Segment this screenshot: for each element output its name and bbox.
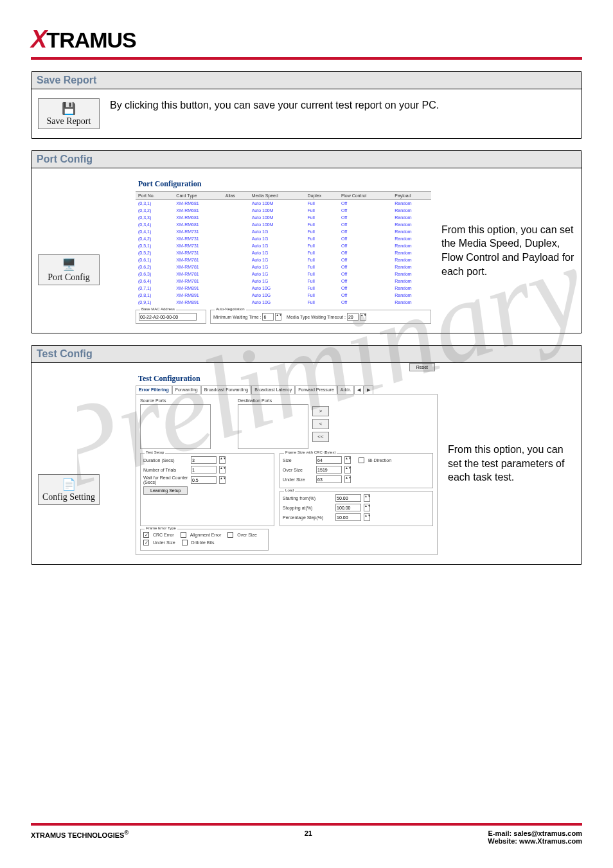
source-ports-label: Source Ports: [140, 398, 211, 403]
frame-size-spinner[interactable]: ▲▼: [344, 456, 351, 464]
table-row[interactable]: (0,3,2)XM-RM681Auto 100MFullOffRandom: [136, 207, 431, 214]
align-checkbox[interactable]: [181, 532, 186, 538]
stop-load-input[interactable]: [335, 504, 361, 511]
step-load-spinner[interactable]: ▲▼: [364, 513, 370, 521]
test-config-panel: Test Configuration Reset Error Filtering…: [136, 372, 438, 555]
bidir-checkbox[interactable]: [359, 457, 364, 463]
save-report-title: Save Report: [31, 72, 582, 89]
duration-input[interactable]: [191, 456, 217, 464]
duration-spinner[interactable]: ▲▼: [219, 456, 226, 464]
table-row[interactable]: (0,6,3)XM-RM781Auto 1GFullOffRandom: [136, 270, 431, 278]
footer-site: Website: www.Xtramus.com: [488, 837, 582, 845]
base-mac-fieldset: Base MAC Address: [136, 310, 206, 324]
table-row[interactable]: (0,8,1)XM-RM891Auto 10GFullOffRandom: [136, 292, 431, 299]
under-size-input[interactable]: [316, 475, 342, 483]
step-load-input[interactable]: [335, 513, 361, 521]
tab-scroll-right[interactable]: ▶: [364, 385, 373, 394]
save-report-label: Save Report: [47, 116, 91, 126]
wait-spinner[interactable]: ▲▼: [219, 476, 226, 484]
table-row[interactable]: (0,7,1)XM-RM891Auto 10GFullOffRandom: [136, 285, 431, 292]
port-table-header: Port No.: [136, 192, 173, 200]
port-config-section: Port Config 🖥️ Port Config Port Configur…: [31, 150, 582, 333]
under-size-spinner[interactable]: ▲▼: [344, 475, 351, 483]
table-row[interactable]: (0,5,2)XM-RM731Auto 1GFullOffRandom: [136, 249, 431, 256]
dest-ports-list[interactable]: [238, 404, 308, 449]
tab-broadcast-forwarding[interactable]: Broadcast Forwarding: [201, 385, 251, 394]
start-load-spinner[interactable]: ▲▼: [364, 494, 370, 502]
wait-input[interactable]: [191, 476, 217, 484]
port-config-panel: Port Configuration Port No.Card TypeAlia…: [136, 177, 431, 324]
table-row[interactable]: (0,3,1)XM-RM681Auto 100MFullOffRandom: [136, 200, 431, 208]
save-icon: 💾: [40, 103, 98, 114]
table-row[interactable]: (0,9,1)XM-RM891Auto 10GFullOffRandom: [136, 299, 431, 306]
over-checkbox[interactable]: [227, 532, 233, 538]
table-row[interactable]: (0,3,4)XM-RM681Auto 100MFullOffRandom: [136, 221, 431, 228]
move-all-left-button[interactable]: <<: [312, 432, 329, 442]
table-row[interactable]: (0,6,4)XM-RM781Auto 1GFullOffRandom: [136, 278, 431, 285]
crc-checkbox[interactable]: [143, 532, 149, 538]
config-setting-icon: 📄: [40, 479, 98, 490]
trials-input[interactable]: [191, 466, 217, 474]
stop-load-spinner[interactable]: ▲▼: [364, 504, 370, 511]
top-divider: [31, 57, 582, 60]
page-number: 21: [305, 829, 312, 837]
media-timeout-label: Media Type Waiting Timeout :: [287, 315, 346, 319]
frame-size-fieldset: Frame Size with CRC (Bytes) Size▲▼ Bi-Di…: [280, 453, 433, 488]
frame-error-fieldset: Frame Error Type CRC Error Alignment Err…: [140, 529, 269, 551]
move-right-button[interactable]: >: [312, 406, 329, 416]
test-setup-fieldset: Test Setup Duration (Secs)▲▼ Number of T…: [140, 453, 274, 526]
tab-scroll-left[interactable]: ◀: [354, 385, 364, 394]
test-config-desc: From this option, you can set the test p…: [448, 443, 575, 484]
min-wait-label: Minimum Waiting Time :: [213, 315, 261, 319]
table-row[interactable]: (0,3,3)XM-RM681Auto 100MFullOffRandom: [136, 214, 431, 221]
tab-addr-[interactable]: Addr.: [337, 385, 354, 394]
start-load-input[interactable]: [335, 494, 361, 502]
dribble-checkbox[interactable]: [182, 540, 188, 545]
table-row[interactable]: (0,4,2)XM-RM731Auto 1GFullOffRandom: [136, 235, 431, 242]
port-panel-title: Port Configuration: [136, 177, 431, 191]
port-table-header: Media Speed: [249, 192, 305, 200]
move-left-button[interactable]: <: [312, 419, 329, 429]
auto-neg-fieldset: Auto-Negotiation Minimum Waiting Time : …: [210, 310, 431, 324]
table-row[interactable]: (0,6,1)XM-RM781Auto 1GFullOffRandom: [136, 256, 431, 263]
trials-spinner[interactable]: ▲▼: [219, 466, 226, 474]
save-report-section: Save Report 💾 Save Report By clicking th…: [31, 71, 582, 139]
source-ports-list[interactable]: [140, 404, 211, 449]
config-setting-button[interactable]: 📄 Config Setting: [38, 474, 100, 505]
port-config-button[interactable]: 🖥️ Port Config: [38, 254, 100, 285]
over-size-spinner[interactable]: ▲▼: [344, 466, 351, 474]
tab-forward-pressure[interactable]: Forward Pressure: [295, 385, 337, 394]
port-table-header: Card Type: [173, 192, 222, 200]
under-checkbox[interactable]: [143, 540, 149, 545]
over-size-input[interactable]: [316, 466, 342, 474]
tab-error-filtering[interactable]: Error Filtering: [136, 385, 172, 394]
port-config-label: Port Config: [48, 272, 90, 282]
port-config-title: Port Config: [31, 151, 582, 168]
tab-broadcast-latency[interactable]: Broadcast Latency: [251, 385, 295, 394]
reset-button[interactable]: Reset: [409, 363, 435, 371]
save-report-desc: By clicking this button, you can save yo…: [110, 98, 439, 112]
media-timeout-input[interactable]: [347, 313, 359, 321]
test-panel-title: Test Configuration: [136, 372, 203, 385]
port-table-header: Duplex: [305, 192, 338, 200]
port-table: Port No.Card TypeAliasMedia SpeedDuplexF…: [136, 191, 431, 306]
brand-logo: XTRAMUS: [31, 26, 582, 53]
table-row[interactable]: (0,6,2)XM-RM781Auto 1GFullOffRandom: [136, 263, 431, 270]
save-report-button[interactable]: 💾 Save Report: [38, 98, 100, 129]
min-wait-input[interactable]: [262, 313, 274, 321]
footer-company: XTRAMUS TECHNOLOGIES: [31, 831, 124, 839]
table-row[interactable]: (0,5,1)XM-RM731Auto 1GFullOffRandom: [136, 242, 431, 249]
port-config-icon: 🖥️: [40, 259, 98, 270]
tab-forwarding[interactable]: Forwarding: [172, 385, 201, 394]
port-table-header: Payload: [392, 192, 431, 200]
config-setting-label: Config Setting: [42, 492, 95, 502]
base-mac-input[interactable]: [139, 313, 197, 321]
frame-size-input[interactable]: [316, 456, 342, 464]
min-wait-spinner[interactable]: ▲▼: [275, 313, 281, 321]
media-timeout-spinner[interactable]: ▲▼: [360, 313, 366, 321]
table-row[interactable]: (0,4,1)XM-RM731Auto 1GFullOffRandom: [136, 228, 431, 235]
port-table-header: Flow Control: [339, 192, 392, 200]
load-fieldset: Load Starting from(%)▲▼ Stopping at(%)▲▼…: [280, 491, 433, 526]
dest-ports-label: Destination Ports: [238, 398, 308, 403]
learning-setup-button[interactable]: Learning Setup: [143, 486, 188, 495]
